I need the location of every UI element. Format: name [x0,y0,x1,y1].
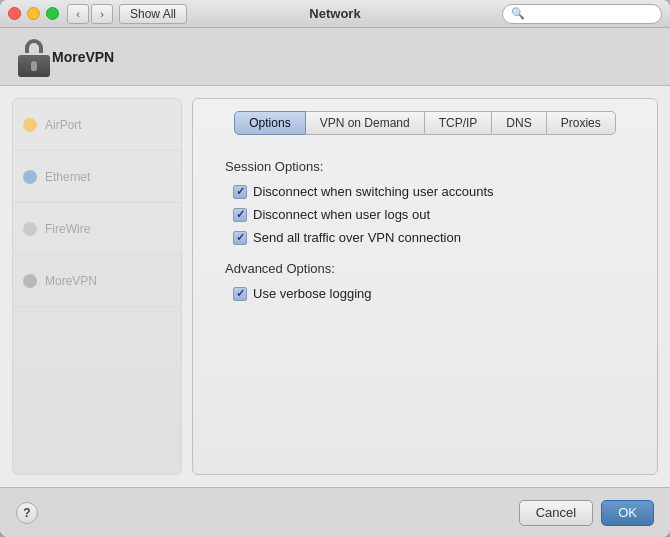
help-button[interactable]: ? [16,502,38,524]
checkbox-send-all-traffic-input[interactable]: ✓ [233,231,247,245]
check-mark: ✓ [236,288,245,299]
checkbox-verbose-logging: ✓ Use verbose logging [233,286,625,301]
checkbox-verbose-logging-input[interactable]: ✓ [233,287,247,301]
checkbox-send-all-traffic-label: Send all traffic over VPN connection [253,230,461,245]
advanced-options-section: Advanced Options: ✓ Use verbose logging [225,261,625,301]
minimize-button[interactable] [27,7,40,20]
tab-tcp-ip[interactable]: TCP/IP [425,111,493,135]
ok-button[interactable]: OK [601,500,654,526]
nav-arrows: ‹ › [67,4,113,24]
sidebar-item-airport: AirPort [13,99,181,151]
title-bar: ‹ › Show All Network 🔍 [0,0,670,28]
session-options-title: Session Options: [225,159,625,174]
sidebar-item-morevpn: MoreVPN [13,255,181,307]
options-content: Session Options: ✓ Disconnect when switc… [205,151,645,462]
sidebar-item-firewire: FireWire [13,203,181,255]
tab-bar: Options VPN on Demand TCP/IP DNS Proxies [205,111,645,135]
check-mark: ✓ [236,232,245,243]
sidebar: AirPort Ethernet FireWire MoreVPN [12,98,182,475]
tab-dns[interactable]: DNS [492,111,546,135]
checkbox-disconnect-logout: ✓ Disconnect when user logs out [233,207,625,222]
sidebar-item-ethernet: Ethernet [13,151,181,203]
tab-proxies[interactable]: Proxies [547,111,616,135]
checkbox-verbose-logging-label: Use verbose logging [253,286,372,301]
checkbox-disconnect-switching: ✓ Disconnect when switching user account… [233,184,625,199]
maximize-button[interactable] [46,7,59,20]
cancel-button[interactable]: Cancel [519,500,593,526]
checkbox-disconnect-switching-label: Disconnect when switching user accounts [253,184,494,199]
toolbar: MoreVPN [0,28,670,86]
check-mark: ✓ [236,209,245,220]
traffic-lights [8,7,59,20]
search-box[interactable]: 🔍 [502,4,662,24]
vpn-lock-icon [16,37,52,77]
search-icon: 🔍 [511,7,525,20]
content-area: AirPort Ethernet FireWire MoreVPN [0,86,670,487]
close-button[interactable] [8,7,21,20]
right-panel: Options VPN on Demand TCP/IP DNS Proxies… [192,98,658,475]
bottom-bar: ? Cancel OK [0,487,670,537]
window-title: Network [309,6,360,21]
vpn-name-label: MoreVPN [52,49,114,65]
checkbox-disconnect-logout-input[interactable]: ✓ [233,208,247,222]
checkbox-send-all-traffic: ✓ Send all traffic over VPN connection [233,230,625,245]
bottom-actions: Cancel OK [519,500,654,526]
back-arrow[interactable]: ‹ [67,4,89,24]
checkbox-disconnect-logout-label: Disconnect when user logs out [253,207,430,222]
tab-options[interactable]: Options [234,111,305,135]
advanced-options-title: Advanced Options: [225,261,625,276]
check-mark: ✓ [236,186,245,197]
tab-vpn-on-demand[interactable]: VPN on Demand [306,111,425,135]
show-all-button[interactable]: Show All [119,4,187,24]
network-window: ‹ › Show All Network 🔍 MoreVPN AirPort [0,0,670,537]
checkbox-disconnect-switching-input[interactable]: ✓ [233,185,247,199]
forward-arrow[interactable]: › [91,4,113,24]
